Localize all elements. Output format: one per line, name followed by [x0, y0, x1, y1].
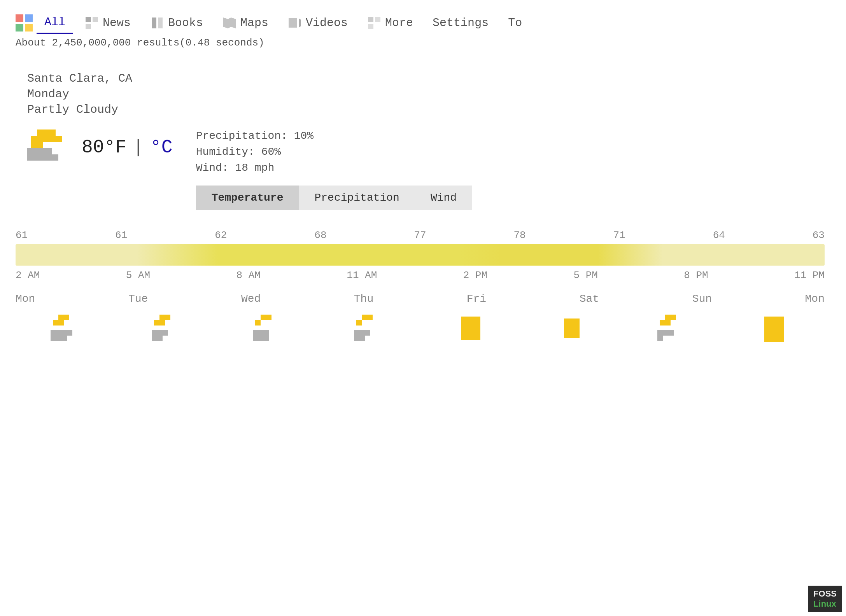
weather-day: Monday — [27, 88, 819, 101]
svg-rect-72 — [564, 318, 580, 338]
svg-rect-48 — [159, 320, 165, 326]
nav-news[interactable]: News — [77, 12, 138, 34]
weekly-icon-wed — [253, 313, 284, 344]
temp-val-3: 68 — [314, 229, 326, 241]
svg-rect-8 — [158, 18, 163, 28]
time-5: 5 PM — [573, 270, 597, 281]
nav-videos[interactable]: Videos — [280, 12, 356, 34]
svg-rect-2 — [16, 24, 23, 32]
svg-rect-40 — [61, 330, 67, 336]
svg-rect-3 — [25, 24, 33, 32]
temp-val-4: 77 — [414, 229, 426, 241]
temp-val-6: 71 — [613, 229, 625, 241]
linux-text: Linux — [813, 599, 836, 609]
svg-rect-18 — [31, 136, 37, 142]
wind-stat: Wind: 18 mph — [196, 162, 473, 174]
svg-rect-31 — [40, 154, 46, 161]
temp-val-7: 64 — [713, 229, 725, 241]
temp-separator: | — [133, 137, 144, 158]
svg-rect-5 — [93, 17, 98, 22]
svg-rect-19 — [37, 136, 43, 142]
svg-rect-25 — [27, 148, 33, 154]
result-count: About 2,450,000,000 results(0.48 seconds… — [0, 34, 846, 49]
day-4: Fri — [467, 293, 486, 305]
svg-rect-7 — [152, 18, 156, 28]
svg-rect-60 — [253, 336, 258, 341]
nav-more[interactable]: More — [359, 12, 421, 34]
weekly-icon-mon2 — [758, 313, 790, 344]
svg-rect-51 — [163, 330, 168, 336]
humidity-stat: Humidity: 60% — [196, 146, 473, 158]
svg-rect-74 — [671, 315, 676, 320]
tab-wind[interactable]: Wind — [415, 186, 472, 210]
svg-rect-12 — [368, 17, 373, 22]
svg-rect-28 — [46, 148, 52, 154]
weather-card: Santa Clara, CA Monday Partly Cloudy — [23, 64, 823, 218]
svg-rect-55 — [266, 315, 271, 320]
tab-precipitation[interactable]: Precipitation — [299, 186, 415, 210]
weather-left: 80°F | °C — [27, 128, 173, 167]
svg-rect-38 — [51, 330, 56, 336]
weather-location: Santa Clara, CA — [27, 72, 819, 85]
svg-rect-77 — [657, 330, 663, 336]
svg-rect-27 — [40, 148, 46, 154]
temp-celsius[interactable]: °C — [150, 137, 173, 158]
svg-rect-79 — [668, 330, 674, 336]
nav-all-label: All — [44, 16, 65, 29]
videos-icon — [288, 16, 302, 30]
precipitation-stat: Precipitation: 10% — [196, 130, 473, 142]
svg-rect-58 — [258, 330, 264, 336]
temperature-chart: 61 61 62 68 77 78 71 64 63 2 AM 5 AM 8 A… — [16, 229, 830, 344]
books-icon — [150, 16, 164, 30]
temp-val-2: 62 — [215, 229, 227, 241]
svg-rect-41 — [67, 330, 72, 336]
svg-rect-73 — [665, 315, 671, 320]
svg-rect-4 — [86, 17, 91, 22]
maps-icon — [222, 16, 236, 30]
day-labels: Mon Tue Wed Thu Fri Sat Sun Mon — [16, 281, 825, 305]
svg-rect-37 — [58, 320, 64, 326]
svg-rect-0 — [16, 14, 23, 22]
news-icon — [85, 16, 99, 30]
foss-badge: FOSS Linux — [808, 586, 842, 612]
temp-val-8: 63 — [813, 229, 825, 241]
svg-rect-76 — [665, 320, 671, 326]
svg-rect-10 — [289, 18, 297, 28]
weather-main: 80°F | °C Precipitation: 10% Humidity: 6… — [27, 128, 819, 210]
day-7: Mon — [805, 293, 825, 305]
svg-rect-53 — [157, 336, 163, 341]
svg-rect-46 — [165, 315, 170, 320]
nav-all[interactable]: All — [37, 12, 73, 34]
nav-settings[interactable]: Settings — [425, 12, 496, 33]
weather-right: Precipitation: 10% Humidity: 60% Wind: 1… — [196, 128, 473, 210]
nav-more-label: More — [385, 16, 413, 30]
more-icon — [367, 16, 381, 30]
time-2: 8 AM — [236, 270, 261, 281]
svg-rect-22 — [56, 136, 62, 142]
svg-rect-61 — [258, 336, 264, 341]
nav-books[interactable]: Books — [142, 12, 211, 34]
nav-maps[interactable]: Maps — [215, 12, 276, 34]
tab-temperature[interactable]: Temperature — [196, 186, 299, 210]
svg-rect-44 — [61, 336, 67, 341]
temp-bar — [16, 244, 825, 266]
time-7: 11 PM — [794, 270, 825, 281]
svg-rect-59 — [264, 330, 269, 336]
svg-rect-30 — [33, 154, 40, 161]
nav-to-label: To — [508, 16, 522, 30]
svg-rect-20 — [43, 136, 49, 142]
svg-rect-15 — [37, 130, 43, 136]
weather-icon — [27, 128, 74, 167]
svg-rect-21 — [49, 136, 56, 142]
weekly-icon-thu — [354, 313, 385, 344]
day-0: Mon — [16, 293, 35, 305]
svg-rect-49 — [152, 330, 157, 336]
time-labels: 2 AM 5 AM 8 AM 11 AM 2 PM 5 PM 8 PM 11 P… — [16, 266, 825, 281]
svg-marker-9 — [223, 18, 236, 28]
nav-to[interactable]: To — [500, 12, 530, 33]
svg-marker-11 — [299, 18, 301, 28]
weekly-icon-mon — [51, 313, 82, 344]
svg-rect-36 — [53, 320, 58, 326]
svg-rect-16 — [43, 130, 49, 136]
temp-val-5: 78 — [513, 229, 525, 241]
